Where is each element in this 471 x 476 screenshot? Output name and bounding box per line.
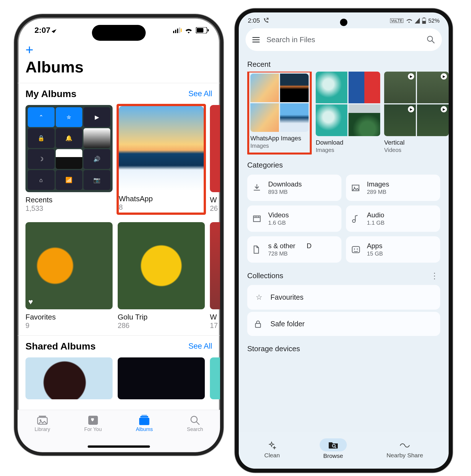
album-name: Favorites — [25, 313, 113, 321]
recent-type: Images — [250, 143, 309, 149]
camera-hole — [340, 19, 347, 26]
svg-rect-18 — [422, 21, 426, 24]
svg-rect-0 — [173, 31, 174, 33]
volte-icon: VoLTE — [390, 18, 403, 23]
storage-title: Storage devices — [239, 338, 449, 356]
category-images[interactable]: Images289 MB — [346, 175, 440, 201]
my-albums-title: My Albums — [25, 88, 76, 99]
search-icon — [190, 415, 200, 426]
shared-album-3[interactable] — [210, 357, 220, 399]
categories-title: Categories — [239, 155, 449, 172]
play-icon: ▶ — [441, 106, 447, 112]
collection-label: Safe folder — [270, 320, 305, 328]
shared-see-all[interactable]: See All — [188, 342, 212, 351]
categories-grid: Downloads893 MB Images289 MB Videos1.6 G… — [239, 172, 449, 265]
svg-rect-2 — [177, 29, 178, 33]
tab-label: For You — [84, 426, 102, 432]
iphone-frame: 2:07 + Album — [14, 14, 223, 456]
album-thumb: ⌃✮▶ 🔒🔔 ☽🔊 ⌂📶📷 — [25, 105, 113, 192]
tab-label: Library — [35, 426, 50, 432]
category-label: Apps — [367, 242, 383, 250]
android-screen: 2:05 VoLTE 52% Search in Files Recent — [239, 12, 449, 469]
svg-rect-4 — [181, 29, 182, 32]
nav-clean[interactable]: Clean — [264, 439, 280, 459]
svg-rect-12 — [139, 418, 149, 425]
album-thumb — [210, 105, 220, 192]
recent-name: Download — [316, 139, 380, 146]
category-apps[interactable]: Apps15 GB — [346, 236, 440, 263]
shared-album-2[interactable] — [118, 357, 205, 399]
svg-point-23 — [354, 187, 355, 188]
download-icon — [253, 184, 262, 192]
category-sub: 728 MB — [268, 250, 311, 257]
category-label: s & other D — [268, 242, 311, 250]
category-downloads[interactable]: Downloads893 MB — [247, 175, 341, 201]
category-sub: 289 MB — [367, 189, 389, 195]
shared-album-1[interactable] — [25, 357, 113, 399]
plus-icon: + — [25, 42, 33, 57]
battery-label: 52% — [428, 18, 440, 24]
category-audio[interactable]: Audio1.1 GB — [346, 205, 440, 232]
page-title: Albums — [18, 57, 220, 83]
album-partial-1[interactable]: W 26 — [210, 105, 220, 214]
recent-thumb-grid — [316, 72, 380, 136]
recent-download[interactable]: Download Images — [316, 72, 380, 155]
nav-nearby-share[interactable]: Nearby Share — [386, 439, 423, 459]
library-icon — [36, 415, 48, 425]
svg-line-16 — [197, 422, 199, 424]
collections-title: Collections — [247, 271, 283, 280]
album-golu-trip[interactable]: Golu Trip 286 — [118, 222, 205, 330]
album-name: Recents — [25, 196, 113, 204]
search-icon[interactable] — [427, 35, 435, 44]
album-thumb — [119, 106, 204, 191]
android-nav: Clean Browse Nearby Share — [239, 432, 449, 469]
recent-whatsapp-images[interactable]: WhatsApp Images Images — [247, 72, 312, 155]
svg-point-27 — [354, 248, 355, 250]
category-label: Videos — [268, 211, 289, 219]
more-icon[interactable]: ⋮ — [431, 271, 438, 280]
category-documents[interactable]: s & other D728 MB — [247, 236, 341, 263]
nav-label: Clean — [264, 452, 280, 459]
svg-rect-1 — [175, 30, 176, 33]
album-partial-2[interactable]: W 17 — [210, 222, 220, 330]
category-videos[interactable]: Videos1.6 GB — [247, 205, 341, 232]
svg-rect-6 — [197, 28, 203, 33]
image-icon — [352, 184, 361, 192]
svg-rect-9 — [39, 416, 46, 417]
android-time: 2:05 — [248, 17, 260, 24]
album-whatsapp[interactable]: WhatsApp 8 — [118, 105, 205, 214]
ios-tabbar: Library For You Albums Search — [18, 410, 220, 452]
svg-rect-14 — [141, 415, 147, 416]
wifi-icon — [406, 18, 412, 23]
svg-line-21 — [432, 41, 434, 43]
category-sub: 893 MB — [268, 189, 302, 195]
album-name: W — [210, 196, 220, 204]
album-count: 8 — [119, 203, 204, 211]
tab-search[interactable]: Search — [187, 414, 203, 432]
cellular-icon — [173, 27, 182, 33]
battery-icon — [422, 18, 426, 24]
home-indicator[interactable] — [88, 445, 150, 448]
album-favorites[interactable]: ♥ Favorites 9 — [25, 222, 113, 330]
my-albums-see-all[interactable]: See All — [188, 89, 212, 98]
add-button[interactable]: + — [18, 43, 220, 57]
tab-library[interactable]: Library — [35, 414, 50, 432]
menu-icon[interactable] — [252, 37, 260, 42]
albums-icon — [138, 415, 150, 426]
share-icon — [386, 439, 423, 452]
signal-icon — [415, 18, 420, 23]
collection-safe-folder[interactable]: Safe folder — [247, 312, 440, 336]
nav-browse[interactable]: Browse — [320, 438, 347, 459]
tab-for-you[interactable]: For You — [84, 414, 102, 432]
iphone-screen: 2:07 + Album — [18, 18, 220, 452]
tab-albums[interactable]: Albums — [136, 414, 153, 432]
document-icon — [253, 245, 262, 254]
search-bar[interactable]: Search in Files — [246, 28, 442, 51]
svg-point-28 — [357, 248, 358, 250]
collection-favourites[interactable]: ☆ Favourites — [247, 285, 440, 310]
shared-albums-title: Shared Albums — [25, 341, 96, 352]
album-recents[interactable]: ⌃✮▶ 🔒🔔 ☽🔊 ⌂📶📷 Recents 1,533 — [25, 105, 113, 214]
recent-vertical[interactable]: ▶ ▶ ▶ ▶ Vertical Videos — [384, 72, 449, 155]
album-count: 9 — [25, 321, 113, 330]
lock-icon — [255, 320, 263, 328]
